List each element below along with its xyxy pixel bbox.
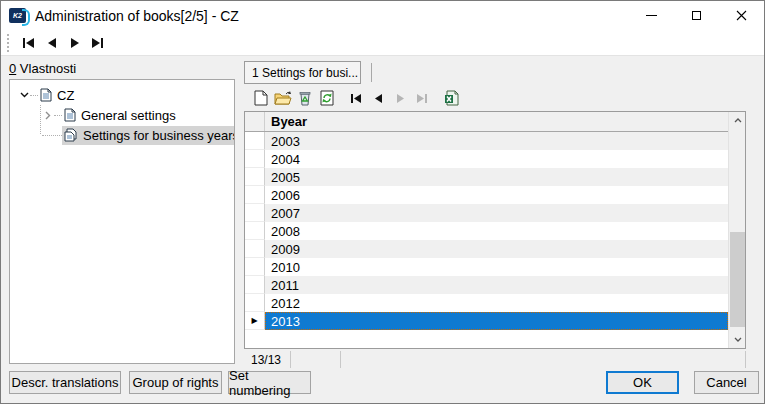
last-record-icon[interactable]: [86, 33, 109, 53]
tree-node-settings-business-years-content[interactable]: Settings for business years: [62, 126, 235, 145]
cancel-button[interactable]: Cancel: [694, 371, 759, 394]
table-row[interactable]: 2007: [245, 204, 728, 222]
record-count: 13/13: [244, 351, 291, 368]
table-row[interactable]: 2005: [245, 168, 728, 186]
tree-node-general-settings[interactable]: General settings: [10, 105, 234, 125]
table-row[interactable]: 2011: [245, 276, 728, 294]
ok-button[interactable]: OK: [606, 371, 679, 394]
scroll-down-icon[interactable]: [729, 331, 746, 348]
group-of-rights-button[interactable]: Group of rights: [129, 371, 222, 394]
table-row[interactable]: 2010: [245, 258, 728, 276]
k2-logo-icon: K2: [9, 8, 26, 23]
maximize-icon[interactable]: [674, 1, 719, 30]
first-record-icon[interactable]: [346, 88, 366, 108]
tree-node-cz[interactable]: CZ: [10, 85, 234, 105]
chevron-collapsed-icon[interactable]: [42, 109, 54, 121]
set-numbering-button[interactable]: Set numbering: [228, 371, 311, 394]
first-record-icon[interactable]: [17, 33, 40, 53]
last-record-icon[interactable]: [412, 88, 432, 108]
table-row[interactable]: 2012: [245, 294, 728, 312]
table-row[interactable]: 2006: [245, 186, 728, 204]
dialog-administration-of-books: K2 Administration of books[2/5] - CZ 0 V…: [0, 0, 765, 404]
table-row[interactable]: 2008: [245, 222, 728, 240]
grid-toolbar: [244, 85, 746, 111]
byear-table: Byear 2003 2004 2005 2006 2007 2008 2009…: [244, 111, 746, 349]
scroll-up-icon[interactable]: [729, 112, 746, 129]
next-record-icon[interactable]: [63, 33, 86, 53]
table-body: 2003 2004 2005 2006 2007 2008 2009 2010 …: [245, 132, 728, 348]
tree-node-settings-business-years[interactable]: Settings for business years: [10, 125, 234, 145]
previous-record-icon[interactable]: [368, 88, 388, 108]
titlebar: K2 Administration of books[2/5] - CZ: [1, 1, 764, 30]
window-title: Administration of books[2/5] - CZ: [35, 8, 239, 24]
tab-settings-for-business-years[interactable]: 1 Settings for busi...: [244, 61, 361, 84]
chevron-expanded-icon[interactable]: [18, 89, 30, 101]
table-row[interactable]: 2003: [245, 132, 728, 150]
tree-node-label: CZ: [57, 88, 74, 103]
record-nav-toolbar: [1, 30, 764, 56]
tree-node-label: Settings for business years: [83, 128, 235, 143]
previous-record-icon[interactable]: [40, 33, 63, 53]
row-indicator-header: [245, 112, 265, 131]
tree-dots: [42, 135, 62, 136]
new-record-icon[interactable]: [251, 88, 271, 108]
table-row-selected[interactable]: ▶ 2013: [245, 312, 728, 330]
vertical-scrollbar[interactable]: [728, 112, 745, 348]
window-controls: [629, 1, 764, 30]
tree-node-general-settings-content[interactable]: General settings: [62, 106, 181, 125]
table-header-row: Byear: [245, 112, 745, 132]
properties-label: 0 Vlastnosti: [9, 61, 76, 76]
status-cell-empty: [341, 351, 745, 368]
documents-icon: [64, 128, 78, 142]
tree-dots: [30, 95, 38, 96]
scrollbar-thumb[interactable]: [730, 232, 745, 327]
descr-translations-button[interactable]: Descr. translations: [9, 371, 121, 394]
document-icon: [64, 108, 76, 122]
open-record-icon[interactable]: [273, 88, 293, 108]
statusbar: 13/13: [244, 351, 746, 368]
tree-node-label: General settings: [81, 108, 176, 123]
next-record-icon[interactable]: [390, 88, 410, 108]
column-header-byear[interactable]: Byear: [265, 114, 745, 129]
tree-dots: [54, 115, 62, 116]
status-cell-empty: [291, 351, 341, 368]
properties-tree: CZ General settings Settings for busines…: [9, 79, 235, 364]
properties-label-rest: Vlastnosti: [16, 61, 76, 76]
close-icon[interactable]: [719, 1, 764, 30]
tree-node-cz-content[interactable]: CZ: [38, 86, 79, 105]
refresh-icon[interactable]: [317, 88, 337, 108]
minimize-icon[interactable]: [629, 1, 674, 30]
document-icon: [40, 88, 52, 102]
table-row[interactable]: 2004: [245, 150, 728, 168]
delete-record-icon[interactable]: [295, 88, 315, 108]
table-row[interactable]: 2009: [245, 240, 728, 258]
current-row-pointer-icon: ▶: [251, 317, 257, 325]
export-excel-icon[interactable]: [441, 88, 461, 108]
tab-label: 1 Settings for busi...: [252, 66, 358, 80]
toolbar-gripper[interactable]: [7, 34, 9, 52]
tabstrip-divider: [371, 63, 372, 82]
